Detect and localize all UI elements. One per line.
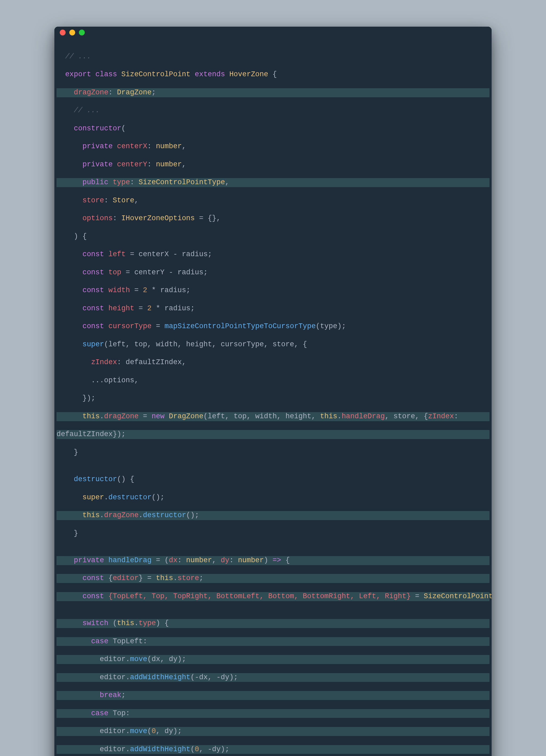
code-window: // ... export class SizeControlPoint ext…: [54, 27, 492, 756]
window-titlebar: [54, 27, 492, 38]
zoom-icon[interactable]: [79, 30, 85, 35]
code-editor[interactable]: // ... export class SizeControlPoint ext…: [54, 38, 492, 756]
highlighted-method-block: private handleDrag = (dx: number, dy: nu…: [57, 556, 489, 756]
code-comment: [57, 53, 65, 61]
minimize-icon[interactable]: [69, 30, 75, 35]
close-icon[interactable]: [60, 30, 66, 35]
